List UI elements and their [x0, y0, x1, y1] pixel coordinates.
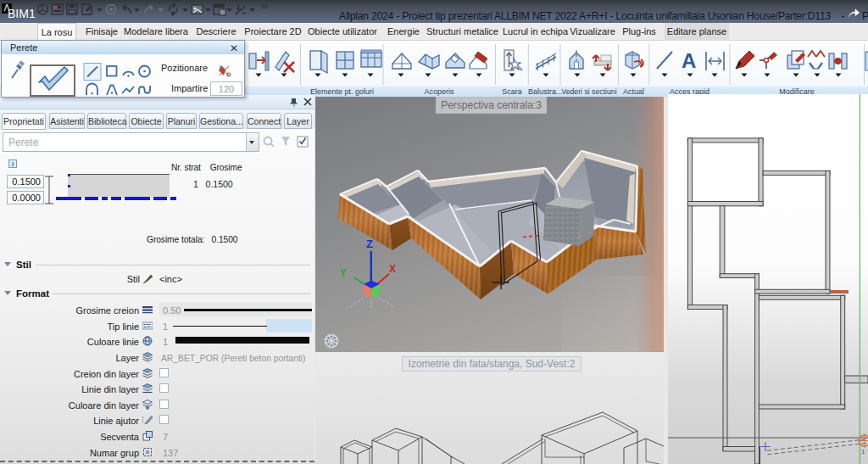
svg-text:X: X: [389, 263, 396, 275]
svg-text:A: A: [682, 49, 696, 72]
svg-text:Z: Z: [366, 238, 373, 250]
svg-text:Y: Y: [340, 267, 347, 279]
svg-text:1: 1: [861, 448, 865, 456]
